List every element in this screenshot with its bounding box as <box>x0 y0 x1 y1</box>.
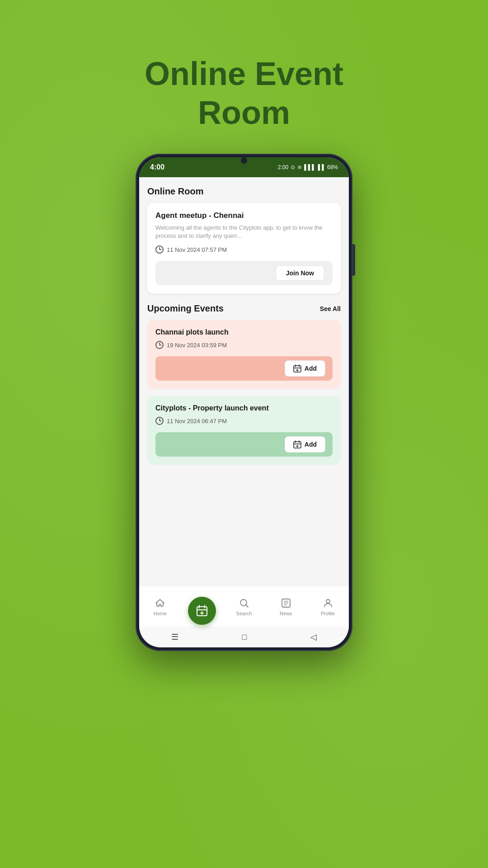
android-back-button[interactable]: ◁ <box>310 632 317 642</box>
nav-profile-label: Profile <box>321 611 335 616</box>
android-square-button[interactable]: □ <box>242 632 247 642</box>
nav-news-label: News <box>280 611 292 616</box>
event-card-1: Channai plots launch 19 Nov 2024 03:59 P… <box>147 320 341 389</box>
calendar-add-icon-1 <box>293 364 301 373</box>
event-1-add-label: Add <box>305 365 317 372</box>
online-event-datetime: 11 Nov 2024 07:57 PM <box>167 246 227 253</box>
signal2-icon: ▌▌▌ <box>304 164 316 170</box>
phone-mockup: 4:00 2:00 ⊙ ≋ ▌▌▌ ▌▌ 68% Online Room Age… <box>136 154 352 651</box>
online-event-description: Welcoming all the agents to the Cityplot… <box>155 224 333 240</box>
online-event-title: Agent meetup - Chennai <box>155 211 333 220</box>
join-btn-area: Join Now <box>155 261 333 285</box>
nav-home-label: Home <box>154 611 167 616</box>
event-1-add-area: Add <box>155 356 333 381</box>
event-2-add-button[interactable]: Add <box>285 436 325 453</box>
profile-icon <box>322 597 334 609</box>
svg-line-19 <box>246 605 248 607</box>
network-icon: 2:00 <box>278 164 288 170</box>
online-room-title: Online Room <box>147 186 341 197</box>
svg-point-24 <box>326 599 330 603</box>
home-icon <box>154 597 166 609</box>
phone-content: Online Room Agent meetup - Chennai Welco… <box>139 177 349 586</box>
event-1-add-button[interactable]: Add <box>285 360 325 377</box>
nav-item-home[interactable]: Home <box>139 597 181 616</box>
see-all-button[interactable]: See All <box>320 305 341 312</box>
android-menu-button[interactable]: ☰ <box>171 632 178 642</box>
upcoming-events-header: Upcoming Events See All <box>147 303 341 314</box>
event-1-time: 19 Nov 2024 03:59 PM <box>155 341 333 349</box>
nav-search-label: Search <box>236 611 252 616</box>
event-2-time: 11 Nov 2024 06:47 PM <box>155 417 333 425</box>
battery-icon: ▌▌ 68% <box>318 164 338 170</box>
event-1-title: Channai plots launch <box>155 328 333 336</box>
status-icons: 2:00 ⊙ ≋ ▌▌▌ ▌▌ 68% <box>278 164 338 170</box>
online-room-card: Agent meetup - Chennai Welcoming all the… <box>147 203 341 293</box>
event-2-clock-icon <box>155 417 164 425</box>
signal-icon: ≋ <box>297 164 302 170</box>
event-2-title: Cityplots - Property launch event <box>155 404 333 412</box>
status-time: 4:00 <box>150 163 164 171</box>
upcoming-events-title: Upcoming Events <box>147 303 224 314</box>
wifi-icon: ⊙ <box>291 164 295 170</box>
search-icon <box>238 597 250 609</box>
news-icon <box>280 597 292 609</box>
nav-item-profile[interactable]: Profile <box>307 597 349 616</box>
event-1-clock-icon <box>155 341 164 349</box>
android-nav: ☰ □ ◁ <box>139 627 349 647</box>
event-card-2: Cityplots - Property launch event 11 Nov… <box>147 396 341 465</box>
bottom-nav: Home <box>139 586 349 627</box>
page-title: Online Event Room <box>0 54 488 132</box>
camera-notch <box>241 157 247 164</box>
event-2-add-area: Add <box>155 432 333 457</box>
clock-icon <box>155 245 164 254</box>
nav-item-search[interactable]: Search <box>223 597 265 616</box>
calendar-add-icon-2 <box>293 440 301 448</box>
join-now-button[interactable]: Join Now <box>276 265 324 281</box>
event-2-datetime: 11 Nov 2024 06:47 PM <box>167 418 227 425</box>
online-event-time: 11 Nov 2024 07:57 PM <box>155 245 333 254</box>
event-2-add-label: Add <box>305 441 317 448</box>
nav-item-news[interactable]: News <box>265 597 307 616</box>
nav-active-bg <box>188 597 216 625</box>
event-1-datetime: 19 Nov 2024 03:59 PM <box>167 342 227 349</box>
